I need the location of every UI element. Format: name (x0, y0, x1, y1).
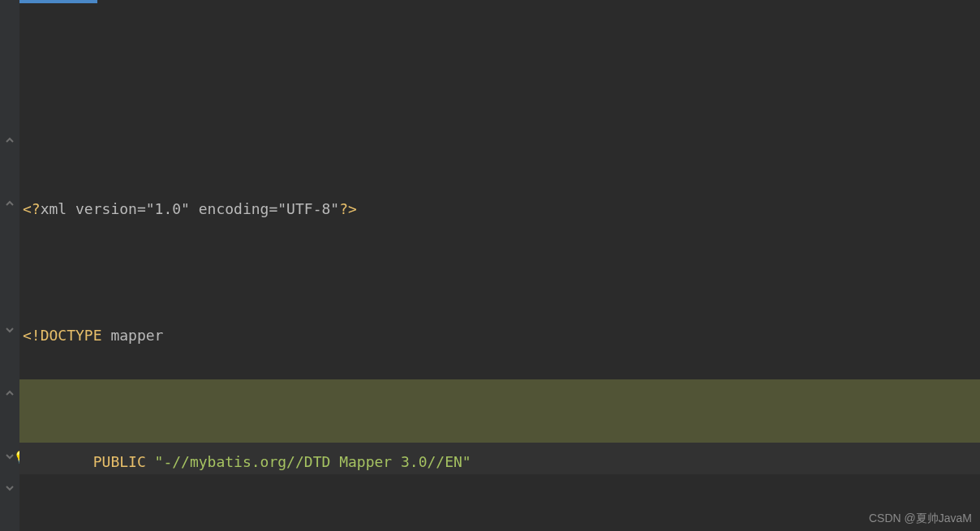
code-line: PUBLIC "-//mybatis.org//DTD Mapper 3.0//… (23, 446, 980, 477)
gutter: 💡 (0, 0, 19, 531)
code-line: <?xml version="1.0" encoding="UTF-8"?> (23, 193, 980, 225)
fold-icon[interactable] (3, 482, 16, 495)
watermark: CSDN @夏帅JavaM (869, 512, 972, 526)
fold-icon[interactable] (3, 324, 16, 337)
fold-icon[interactable] (3, 135, 16, 148)
fold-icon[interactable] (3, 198, 16, 211)
fold-icon[interactable] (3, 388, 16, 400)
code-editor[interactable]: 💡 <?xml version="1.0" encoding="UTF-8"?>… (0, 0, 980, 531)
code-line: <!DOCTYPE mapper (23, 319, 980, 351)
code-area[interactable]: <?xml version="1.0" encoding="UTF-8"?> <… (19, 0, 980, 531)
fold-icon[interactable] (3, 451, 16, 464)
